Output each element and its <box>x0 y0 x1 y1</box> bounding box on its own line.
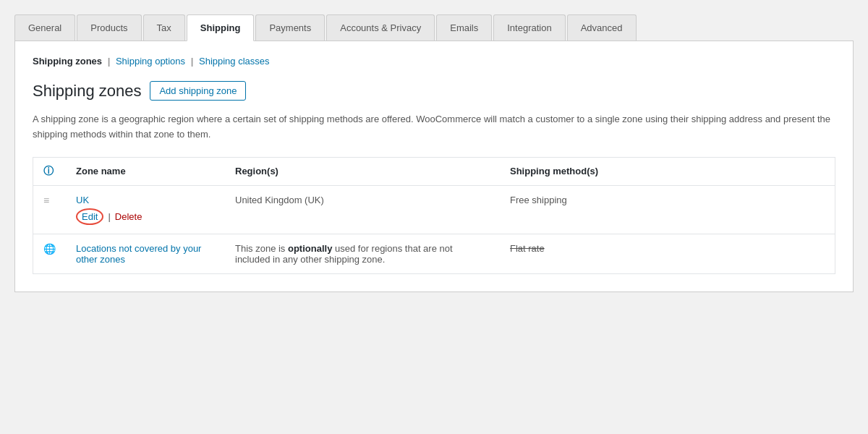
drag-handle-icon[interactable]: ≡ <box>43 195 49 206</box>
row-zone-cell-fallback: Locations not covered by your other zone… <box>66 234 225 273</box>
edit-button[interactable]: Edit <box>76 208 103 225</box>
subnav-current: Shipping zones <box>33 56 102 67</box>
tab-advanced[interactable]: Advanced <box>567 14 637 41</box>
region-text-bold: optionally <box>288 243 332 254</box>
zone-name-link[interactable]: UK <box>76 195 89 205</box>
tab-payments[interactable]: Payments <box>255 14 325 41</box>
help-icon: ⓘ <box>43 165 54 176</box>
zone-actions: Edit | Delete <box>76 208 215 225</box>
table-header-row: ⓘ Zone name Region(s) Shipping method(s) <box>33 157 835 185</box>
subnav-link-classes[interactable]: Shipping classes <box>199 56 270 67</box>
table-row: ≡ UK Edit | Delete United Kingdom (UK) F… <box>33 185 835 234</box>
shipping-zones-table: ⓘ Zone name Region(s) Shipping method(s)… <box>33 157 835 274</box>
th-region: Region(s) <box>225 157 500 185</box>
heading-row: Shipping zones Add shipping zone <box>33 81 835 101</box>
page-wrapper: General Products Tax Shipping Payments A… <box>14 14 854 292</box>
th-zone-name: Zone name <box>66 157 225 185</box>
row-method-cell-fallback: Flat rate <box>500 234 835 273</box>
tab-products[interactable]: Products <box>77 14 141 41</box>
fallback-method: Flat rate <box>510 243 545 254</box>
content-area: Shipping zones | Shipping options | Ship… <box>14 41 854 292</box>
tab-bar: General Products Tax Shipping Payments A… <box>14 14 854 41</box>
subnav-sep1: | <box>108 56 111 67</box>
globe-icon: 🌐 <box>43 243 56 255</box>
table-row: 🌐 Locations not covered by your other zo… <box>33 234 835 273</box>
fallback-zone-link[interactable]: Locations not covered by your other zone… <box>76 243 201 265</box>
region-text-pre: This zone is <box>235 243 288 254</box>
tab-shipping[interactable]: Shipping <box>187 14 255 41</box>
actions-sep: | <box>108 211 110 222</box>
add-shipping-zone-button[interactable]: Add shipping zone <box>150 81 246 101</box>
row-icon-cell-fallback: 🌐 <box>33 234 67 273</box>
row-region-cell: United Kingdom (UK) <box>225 185 500 234</box>
row-region-cell-fallback: This zone is optionally used for regions… <box>225 234 500 273</box>
subnav-sep2: | <box>191 56 194 67</box>
tab-emails[interactable]: Emails <box>436 14 492 41</box>
delete-button[interactable]: Delete <box>115 211 142 222</box>
zone-description: A shipping zone is a geographic region w… <box>33 112 835 142</box>
subnav-link-options[interactable]: Shipping options <box>116 56 185 67</box>
th-icon: ⓘ <box>33 157 67 185</box>
sub-nav: Shipping zones | Shipping options | Ship… <box>33 56 835 67</box>
th-method: Shipping method(s) <box>500 157 835 185</box>
tab-integration[interactable]: Integration <box>493 14 565 41</box>
tab-tax[interactable]: Tax <box>143 14 185 41</box>
row-zone-cell: UK Edit | Delete <box>66 185 225 234</box>
tab-general[interactable]: General <box>14 14 75 41</box>
page-title: Shipping zones <box>33 82 141 101</box>
row-icon-cell: ≡ <box>33 185 67 234</box>
tab-accounts-privacy[interactable]: Accounts & Privacy <box>326 14 435 41</box>
row-method-cell: Free shipping <box>500 185 835 234</box>
